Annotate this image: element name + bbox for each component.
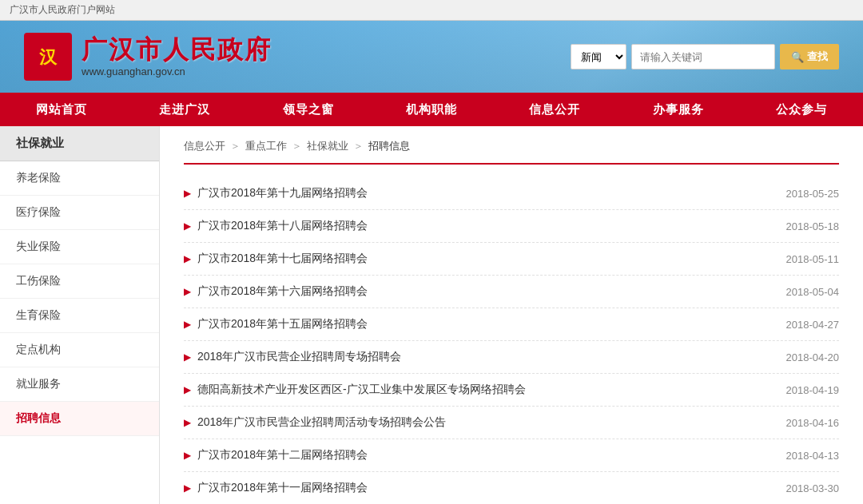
sidebar-item-dingdian[interactable]: 定点机构 [0, 333, 159, 367]
list-row[interactable]: ▶广汉市2018年第十七届网络招聘会2018-05-11 [184, 243, 839, 276]
header: 汉 广汉市人民政府 www.guanghan.gov.cn 新闻 公告 通知 🔍… [0, 21, 863, 93]
list-item-title: 广汉市2018年第十二届网络招聘会 [197, 448, 368, 462]
list-arrow-icon: ▶ [184, 482, 191, 494]
sidebar-item-yiliao[interactable]: 医疗保险 [0, 196, 159, 230]
sidebar-item-zhaoping[interactable]: 招聘信息 [0, 402, 159, 436]
list-item-date: 2018-05-18 [786, 220, 840, 232]
list-item-date: 2018-03-30 [786, 482, 840, 494]
list-arrow-icon: ▶ [184, 450, 191, 461]
list-row-left: ▶广汉市2018年第十一届网络招聘会 [184, 481, 770, 495]
list-row[interactable]: ▶广汉市2018年第十九届网络招聘会2018-05-25 [184, 177, 839, 210]
browser-tab: 广汉市人民政府门户网站 [0, 0, 863, 21]
breadcrumb-sep-1: ＞ [230, 139, 241, 153]
search-button[interactable]: 🔍 查找 [780, 44, 839, 69]
list-item-date: 2018-04-19 [786, 384, 840, 396]
list-row[interactable]: ▶广汉市2018年第十六届网络招聘会2018-05-04 [184, 276, 839, 308]
nav-item-home[interactable]: 网站首页 [0, 93, 123, 126]
list-row[interactable]: ▶2018年广汉市民营企业招聘周专场招聘会2018-04-20 [184, 341, 839, 374]
logo-main-text: 广汉市人民政府 [82, 37, 272, 62]
list-item-title: 广汉市2018年第十八届网络招聘会 [197, 219, 368, 233]
nav-item-info[interactable]: 信息公开 [493, 93, 616, 126]
search-type-select[interactable]: 新闻 公告 通知 [571, 44, 626, 69]
sidebar-title: 社保就业 [0, 126, 159, 161]
list-row[interactable]: ▶2018年广汉市民营企业招聘周活动专场招聘会公告2018-04-16 [184, 407, 839, 439]
logo-url: www.guanghan.gov.cn [82, 65, 272, 77]
list-row-left: ▶广汉市2018年第十七届网络招聘会 [184, 252, 770, 266]
list-item-date: 2018-05-25 [786, 188, 840, 200]
logo-area: 汉 广汉市人民政府 www.guanghan.gov.cn [24, 33, 272, 81]
nav-item-public[interactable]: 公众参与 [740, 93, 863, 126]
list-item-title: 广汉市2018年第十七届网络招聘会 [197, 252, 368, 266]
list-item-date: 2018-04-20 [786, 351, 840, 363]
list-row[interactable]: ▶广汉市2018年第十一届网络招聘会2018-03-30 [184, 472, 839, 504]
breadcrumb-sep-2: ＞ [292, 139, 302, 153]
list-row-left: ▶德阳高新技术产业开发区西区-广汉工业集中发展区专场网络招聘会 [184, 383, 770, 397]
breadcrumb-item-4: 招聘信息 [368, 139, 410, 153]
sidebar-item-yanglao[interactable]: 养老保险 [0, 161, 159, 196]
content-wrapper: 社保就业 养老保险 医疗保险 失业保险 工伤保险 生育保险 定点机构 就业服务 … [0, 126, 863, 504]
list-row-left: ▶广汉市2018年第十二届网络招聘会 [184, 448, 770, 462]
list-arrow-icon: ▶ [184, 253, 191, 264]
svg-text:汉: 汉 [39, 47, 58, 67]
list-item-date: 2018-04-13 [786, 450, 840, 462]
breadcrumb-item-3[interactable]: 社保就业 [307, 139, 348, 153]
sidebar-item-shiye[interactable]: 失业保险 [0, 230, 159, 264]
breadcrumb-sep-3: ＞ [353, 139, 364, 153]
logo-emblem: 汉 [24, 33, 72, 81]
main-content: 信息公开 ＞ 重点工作 ＞ 社保就业 ＞ 招聘信息 ▶广汉市2018年第十九届网… [160, 126, 863, 504]
nav-item-about[interactable]: 走进广汉 [123, 93, 246, 126]
list-row-left: ▶广汉市2018年第十五届网络招聘会 [184, 317, 770, 331]
list-arrow-icon: ▶ [184, 351, 191, 363]
list-item-title: 德阳高新技术产业开发区西区-广汉工业集中发展区专场网络招聘会 [197, 383, 526, 397]
list-row-left: ▶2018年广汉市民营企业招聘周专场招聘会 [184, 350, 770, 364]
list-item-title: 广汉市2018年第十一届网络招聘会 [197, 481, 368, 495]
sidebar-item-shengyu[interactable]: 生育保险 [0, 299, 159, 333]
list-item-date: 2018-05-11 [786, 253, 840, 265]
list-item-date: 2018-05-04 [786, 286, 840, 298]
sidebar-item-gongshang[interactable]: 工伤保险 [0, 264, 159, 299]
list-arrow-icon: ▶ [184, 286, 191, 297]
list-row[interactable]: ▶德阳高新技术产业开发区西区-广汉工业集中发展区专场网络招聘会2018-04-1… [184, 374, 839, 407]
list-arrow-icon: ▶ [184, 188, 191, 199]
list-row[interactable]: ▶广汉市2018年第十八届网络招聘会2018-05-18 [184, 210, 839, 243]
sidebar: 社保就业 养老保险 医疗保险 失业保险 工伤保险 生育保险 定点机构 就业服务 … [0, 126, 160, 504]
list-arrow-icon: ▶ [184, 220, 191, 232]
list-row-left: ▶广汉市2018年第十六届网络招聘会 [184, 284, 770, 299]
breadcrumb: 信息公开 ＞ 重点工作 ＞ 社保就业 ＞ 招聘信息 [184, 139, 839, 165]
search-area: 新闻 公告 通知 🔍 查找 [571, 44, 839, 69]
list-table: ▶广汉市2018年第十九届网络招聘会2018-05-25▶广汉市2018年第十八… [184, 177, 839, 504]
sidebar-item-jiuye[interactable]: 就业服务 [0, 367, 159, 402]
list-item-title: 2018年广汉市民营企业招聘周活动专场招聘会公告 [197, 415, 446, 430]
breadcrumb-item-2[interactable]: 重点工作 [245, 139, 287, 153]
list-row-left: ▶2018年广汉市民营企业招聘周活动专场招聘会公告 [184, 415, 770, 430]
list-arrow-icon: ▶ [184, 417, 191, 428]
list-row[interactable]: ▶广汉市2018年第十五届网络招聘会2018-04-27 [184, 308, 839, 341]
nav-bar: 网站首页 走进广汉 领导之窗 机构职能 信息公开 办事服务 公众参与 [0, 93, 863, 126]
nav-item-org[interactable]: 机构职能 [370, 93, 493, 126]
breadcrumb-item-1[interactable]: 信息公开 [184, 139, 225, 153]
search-icon: 🔍 [791, 51, 804, 63]
list-arrow-icon: ▶ [184, 319, 191, 330]
list-item-title: 广汉市2018年第十六届网络招聘会 [197, 284, 368, 299]
list-item-date: 2018-04-27 [786, 319, 840, 331]
search-input[interactable] [631, 44, 775, 69]
nav-item-service[interactable]: 办事服务 [616, 93, 739, 126]
list-item-title: 2018年广汉市民营企业招聘周专场招聘会 [197, 350, 401, 364]
list-row-left: ▶广汉市2018年第十八届网络招聘会 [184, 219, 770, 233]
list-item-title: 广汉市2018年第十九届网络招聘会 [197, 186, 368, 200]
list-arrow-icon: ▶ [184, 384, 191, 395]
list-row[interactable]: ▶广汉市2018年第十二届网络招聘会2018-04-13 [184, 439, 839, 472]
list-item-date: 2018-04-16 [786, 417, 840, 429]
logo-text-area: 广汉市人民政府 www.guanghan.gov.cn [82, 37, 272, 77]
list-row-left: ▶广汉市2018年第十九届网络招聘会 [184, 186, 770, 200]
nav-item-leader[interactable]: 领导之窗 [247, 93, 370, 126]
list-item-title: 广汉市2018年第十五届网络招聘会 [197, 317, 368, 331]
